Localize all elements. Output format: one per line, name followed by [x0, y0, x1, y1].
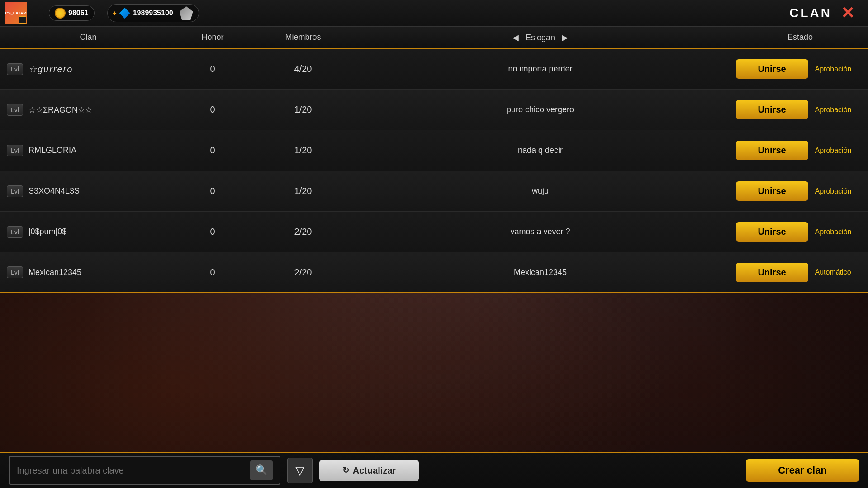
table-row: Lvl |0$pum|0$ 0 2/20 vamos a vever ? Uni…: [0, 212, 868, 252]
server-label: CS_LATAM: [5, 11, 27, 15]
estado-cell: Unirse Aprobación: [732, 59, 868, 79]
estado-text: Aprobación: [815, 65, 856, 73]
unirse-button[interactable]: Unirse: [736, 263, 808, 282]
slogan-cell: wuju: [348, 186, 732, 196]
table-row: Lvl ☆☆ΣRAGON☆☆ 0 1/20 puro chico vergero…: [0, 90, 868, 130]
table-header: Clan Honor Miembros ◀ Eslogan ▶ Estado: [0, 27, 868, 49]
crear-clan-button[interactable]: Crear clan: [746, 459, 859, 482]
honor-cell: 0: [167, 104, 258, 115]
estado-cell: Unirse Aprobación: [732, 222, 868, 242]
main-content: Clan Honor Miembros ◀ Eslogan ▶ Estado L…: [0, 27, 868, 452]
rank-icon: [180, 6, 193, 20]
honor-cell: 0: [167, 64, 258, 74]
estado-text: Aprobación: [815, 187, 856, 195]
honor-cell: 0: [167, 267, 258, 278]
actualizar-button[interactable]: ↻ Actualizar: [319, 460, 419, 481]
honor-cell: 0: [167, 227, 258, 237]
table-row: Lvl Mexican12345 0 2/20 Mexican12345 Uni…: [0, 252, 868, 293]
clan-cell: Lvl RMLGLORIA: [0, 145, 167, 156]
members-cell: 2/20: [258, 227, 348, 237]
lvl-badge: Lvl: [7, 266, 23, 278]
lvl-badge: Lvl: [7, 145, 23, 156]
members-cell: 1/20: [258, 186, 348, 196]
estado-text: Aprobación: [815, 228, 856, 236]
unirse-button[interactable]: Unirse: [736, 181, 808, 201]
diamond-plus: +: [113, 9, 117, 17]
table-row: Lvl RMLGLORIA 0 1/20 nada q decir Unirse…: [0, 130, 868, 171]
lvl-badge: Lvl: [7, 185, 23, 197]
col-clan-header: Clan: [0, 33, 167, 43]
coin-group: 98061: [49, 5, 95, 21]
actualizar-label: Actualizar: [353, 465, 396, 476]
slogan-cell: puro chico vergero: [348, 105, 732, 114]
coin-value: 98061: [68, 9, 89, 17]
clan-name: |0$pum|0$: [28, 227, 66, 237]
slogan-cell: Mexican12345: [348, 268, 732, 277]
clan-cell: Lvl |0$pum|0$: [0, 226, 167, 238]
unirse-button[interactable]: Unirse: [736, 59, 808, 79]
clan-cell: Lvl Mexican12345: [0, 266, 167, 278]
lvl-badge: Lvl: [7, 63, 23, 75]
diamond-icon: [119, 8, 130, 19]
avatar: CS_LATAM: [5, 2, 27, 24]
clan-name: Mexican12345: [28, 268, 81, 277]
estado-text: Aprobación: [815, 147, 856, 155]
estado-cell: Unirse Automático: [732, 263, 868, 282]
search-input[interactable]: [17, 465, 246, 476]
coin-icon: [55, 8, 66, 19]
clan-cell: Lvl ☆gurrero: [0, 63, 167, 75]
clan-cell: Lvl ☆☆ΣRAGON☆☆: [0, 104, 167, 116]
members-cell: 1/20: [258, 145, 348, 156]
filter-button[interactable]: ▽: [287, 458, 313, 483]
search-button[interactable]: 🔍: [250, 460, 273, 480]
clan-name: RMLGLORIA: [28, 146, 76, 155]
honor-cell: 0: [167, 145, 258, 156]
members-cell: 4/20: [258, 64, 348, 74]
col-estado-header: Estado: [732, 33, 868, 43]
diamond-group: + 1989935100: [107, 4, 199, 22]
search-box[interactable]: 🔍: [9, 456, 280, 485]
page-title: CLAN: [789, 6, 832, 20]
prev-arrow-button[interactable]: ◀: [510, 33, 521, 43]
lvl-badge: Lvl: [7, 226, 23, 238]
unirse-button[interactable]: Unirse: [736, 222, 808, 242]
crear-clan-label: Crear clan: [778, 464, 827, 476]
slogan-cell: nada q decir: [348, 146, 732, 155]
col-members-header: Miembros: [258, 33, 348, 43]
close-button[interactable]: ✕: [836, 2, 859, 24]
header: CS_LATAM 98061 + 1989935100 CLAN ✕: [0, 0, 868, 27]
unirse-button[interactable]: Unirse: [736, 100, 808, 119]
table-row: Lvl S3XO4N4L3S 0 1/20 wuju Unirse Aproba…: [0, 171, 868, 212]
clan-name: S3XO4N4L3S: [28, 186, 80, 196]
honor-cell: 0: [167, 186, 258, 196]
bottom-bar: 🔍 ▽ ↻ Actualizar Crear clan: [0, 452, 868, 488]
close-icon: ✕: [841, 5, 854, 21]
estado-cell: Unirse Aprobación: [732, 141, 868, 160]
clan-name: ☆☆ΣRAGON☆☆: [28, 105, 92, 115]
refresh-icon: ↻: [342, 465, 349, 475]
header-left: CS_LATAM 98061 + 1989935100: [5, 2, 199, 24]
next-arrow-button[interactable]: ▶: [560, 33, 570, 43]
members-cell: 2/20: [258, 267, 348, 278]
estado-text: Aprobación: [815, 106, 856, 114]
estado-cell: Unirse Aprobación: [732, 181, 868, 201]
filter-icon: ▽: [295, 464, 304, 478]
slogan-cell: vamos a vever ?: [348, 227, 732, 237]
lvl-badge: Lvl: [7, 104, 23, 116]
table-row: Lvl ☆gurrero 0 4/20 no importa perder Un…: [0, 49, 868, 90]
search-icon: 🔍: [256, 464, 268, 476]
slogan-cell: no importa perder: [348, 64, 732, 74]
col-slogan-header: ◀ Eslogan ▶: [348, 33, 732, 43]
diamond-value: 1989935100: [133, 9, 173, 17]
clan-cell: Lvl S3XO4N4L3S: [0, 185, 167, 197]
col-honor-header: Honor: [167, 33, 258, 43]
clan-name: ☆gurrero: [28, 64, 73, 75]
unirse-button[interactable]: Unirse: [736, 141, 808, 160]
estado-text: Automático: [815, 268, 856, 276]
estado-cell: Unirse Aprobación: [732, 100, 868, 119]
members-cell: 1/20: [258, 104, 348, 115]
